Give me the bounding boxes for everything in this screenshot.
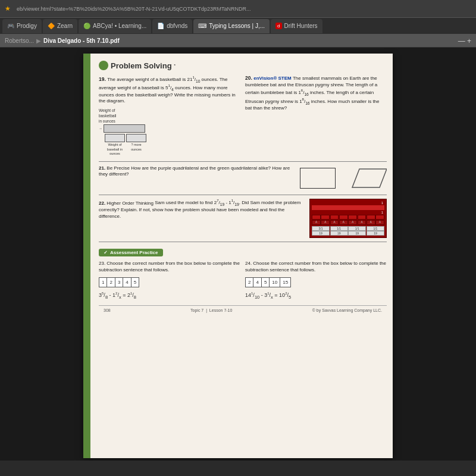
tab-favicon-zearn: 🔶 — [48, 23, 55, 29]
breadcrumb-current: Diva Delgado - 5th 7.10.pdf — [43, 37, 120, 44]
tape-num-col-6: 19 — [330, 231, 348, 236]
diagram-bottom-row — [105, 134, 240, 142]
footer-topic-lesson: Topic 7 | Lesson 7-10 — [190, 308, 232, 312]
divider-2 — [99, 195, 387, 195]
diagram-bottom-labels: Weight ofbaseball inounces ? moreounces — [105, 143, 240, 156]
tab-bar: 🎮 Prodigy 🔶 Zearn 🟢 ABCya! • Learning...… — [0, 18, 476, 35]
tape-num-col-2: 1/1 — [330, 226, 348, 231]
num-box-24-4: 10 — [270, 278, 280, 287]
tab-label-zearn: Zearn — [57, 23, 73, 29]
tape-num-col-3: 1/1 — [348, 226, 366, 231]
tab-favicon-dbfvnds: 📄 — [157, 23, 164, 29]
problem-21-highlight: Be Precise — [107, 165, 131, 171]
diagram-top-row: → — [99, 124, 240, 133]
num-box-cell-3: 3 — [115, 278, 123, 287]
close-button[interactable]: — + — [458, 37, 471, 45]
tape-label-2: A — [321, 220, 330, 225]
tape-cell-4 — [339, 215, 348, 220]
section-title: Problem Solving * — [99, 61, 387, 70]
tape-mid-label: 1 — [312, 211, 384, 214]
tape-num-2: 1 — [381, 211, 383, 214]
problems-grid-top: 19. The average weight of a basketball i… — [99, 75, 387, 156]
shapes-container — [300, 168, 387, 189]
tab-typing[interactable]: ⌨ Typing Lessons | J,... — [193, 19, 270, 33]
num-box-24-2: 4 — [253, 278, 261, 287]
tape-num-col-1: 3/1 — [312, 226, 330, 231]
tape-label-6: A — [358, 220, 367, 225]
tab-label-abcya: ABCya! • Learning... — [93, 23, 146, 29]
tab-dbfvnds[interactable]: 📄 dbfvnds — [152, 19, 192, 33]
tape-cell-8 — [375, 215, 384, 220]
equation-24: 141/10 - 31/x = 102/5 — [245, 291, 387, 300]
diagram-top-box — [104, 124, 145, 133]
tab-prodigy[interactable]: 🎮 Prodigy — [2, 19, 42, 33]
tape-label-8: A — [375, 220, 384, 225]
assessment-grid: 23. Choose the correct number from the b… — [99, 260, 387, 300]
assess-problem-24: 24. Choose the correct number from the b… — [245, 260, 387, 300]
breadcrumb-bar: Robertso... ▶ Diva Delgado - 5th 7.10.pd… — [0, 35, 476, 48]
footer-page: 308 — [104, 308, 111, 312]
tape-num-col-7: 19 — [348, 231, 366, 236]
tape-num-col-4: 1/1 — [367, 226, 384, 231]
tab-drift[interactable]: d Drift Hunters — [271, 19, 322, 33]
diagram-label-left: Weight ofbaseball inounces — [105, 143, 125, 156]
tab-zearn[interactable]: 🔶 Zearn — [43, 19, 77, 33]
tape-label-row: A A A A A A A A — [312, 220, 384, 225]
problem-22-row: 22. Higher Order Thinking Sam used the m… — [99, 199, 387, 239]
tab-favicon-typing: ⌨ — [198, 23, 206, 29]
tape-diagram-container: 1 1 — [309, 199, 387, 239]
problem-19-number: 19. — [99, 76, 107, 82]
tab-label-drift: Drift Hunters — [284, 23, 318, 29]
problem-20: 20. enVision® STEM The smallest mammals … — [245, 75, 387, 156]
num-box-cell-4: 4 — [123, 278, 131, 287]
tape-cell-7 — [367, 215, 375, 220]
num-box-cell-5: 5 — [131, 278, 139, 287]
content-area: Problem Solving * 19. The average weight… — [94, 54, 393, 321]
divider-3 — [99, 242, 387, 242]
number-box-24: 2 4 5 10 15 — [245, 275, 387, 289]
url-display: eb/viewer.html?state=%7B%20ids%20%3A%5B%… — [17, 6, 250, 12]
diagram-label-right: ? moreounces — [126, 143, 146, 156]
problem-19-text: The average weight of a basketball is 21… — [99, 77, 236, 104]
tab-favicon-prodigy: 🎮 — [7, 23, 14, 29]
number-row-24: 2 4 5 10 15 — [245, 277, 291, 287]
tape-diagram: 1 1 — [309, 199, 387, 239]
tab-abcya[interactable]: 🟢 ABCya! • Learning... — [79, 19, 151, 33]
tape-cell-1 — [312, 215, 321, 220]
parallelogram-shape — [345, 168, 387, 189]
green-sidebar-bar — [83, 54, 90, 458]
tape-label-5: A — [348, 220, 357, 225]
breadcrumb-root[interactable]: Robertso... — [5, 37, 34, 44]
tape-num-col-8: 19 — [367, 231, 384, 236]
tape-label-1: A — [312, 220, 321, 225]
tab-favicon-drift: d — [275, 23, 281, 29]
tape-num-1: 1 — [381, 201, 383, 205]
tape-label-3: A — [330, 220, 339, 225]
num-box-cell-2: 2 — [107, 278, 115, 287]
diagram-box-left — [105, 134, 125, 142]
rectangle-shape — [300, 168, 336, 189]
assess-24-number: 24. — [245, 261, 253, 266]
tape-cell-6 — [358, 215, 367, 220]
bookmark-icon: ★ — [5, 5, 11, 12]
arrow-label: → — [99, 126, 102, 131]
num-box-24-1: 2 — [246, 278, 253, 287]
assess-23-text: Choose the correct number from the box b… — [99, 261, 240, 273]
num-box-24-5: 15 — [280, 278, 290, 287]
assessment-badge: ✓ Assessment Practice — [99, 249, 163, 256]
page-wrapper: Problem Solving * 19. The average weight… — [0, 48, 476, 461]
equation-23: 35/8 - 12/x = 21/8 — [99, 291, 240, 300]
problem-22-highlight: Higher Order Thinking — [107, 200, 155, 205]
tab-label-dbfvnds: dbfvnds — [167, 23, 187, 29]
diagram-container: Weight ofbasketballin ounces → Weight of… — [99, 108, 240, 156]
assessment-title: Assessment Practice — [110, 250, 158, 255]
problem-22: 22. Higher Order Thinking Sam used the m… — [99, 199, 305, 235]
section-icon — [99, 61, 108, 70]
problem-20-number: 20. — [245, 75, 253, 81]
tape-top-label: 1 — [312, 201, 384, 205]
asterisk: * — [174, 64, 176, 67]
footer-bar: 308 Topic 7 | Lesson 7-10 © by Savvas Le… — [99, 305, 387, 315]
problem-20-highlight: enVision® STEM — [253, 76, 293, 81]
tape-cell-2 — [321, 215, 330, 220]
problem-21: 21. Be Precise How are the purple quadri… — [99, 165, 295, 187]
